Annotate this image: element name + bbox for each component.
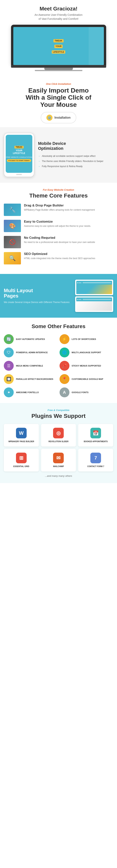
other-features-heading: Some Other Features <box>4 323 113 330</box>
plugin-mailchimp: ✉ Mailchimp <box>41 449 76 471</box>
megamenu-label: Mega Menu Compatible <box>16 365 43 367</box>
install-icon: ⚙️ <box>47 115 53 121</box>
booked-name: Booked Appointments <box>80 440 111 443</box>
fontello-icon: ✦ <box>4 388 14 397</box>
mailchimp-name: Mailchimp <box>43 465 74 468</box>
contact7-name: Contact Form 7 <box>80 465 111 468</box>
parallax-icon: 🔲 <box>4 374 14 384</box>
feature-drag-drop: 🔧 Drag & Drop Page Builder WPBakery Page… <box>4 204 113 216</box>
core-features-section: For Easy Website Creation Theme Core Fea… <box>0 183 117 274</box>
phone-outer: TWEAK YOURLIFESTYLE Free Website Consult… <box>4 133 34 177</box>
plugin-revolution: ◎ Revolution Slider <box>41 424 76 446</box>
one-click-label: One Click Installation <box>4 83 113 85</box>
plugin-booked: 📅 Booked Appointments <box>78 424 113 446</box>
phone-screen: TWEAK YOURLIFESTYLE Free Website Consult… <box>6 135 32 173</box>
plugins-note: ...and many many others <box>4 474 113 477</box>
essential-name: Essential Grid <box>6 465 37 468</box>
admin-icon: 🛡 <box>4 347 14 358</box>
feature-googlefonts: A Google Fonts <box>60 388 113 397</box>
revolution-icon: ◎ <box>53 428 64 438</box>
wpbakery-icon: W <box>16 428 27 438</box>
multi-layout-section: Multi Layout Pages We create Several Uni… <box>0 274 117 318</box>
feature-nocoding-thumb: 🚫 <box>4 236 21 248</box>
googlefonts-icon: A <box>60 388 69 397</box>
feature-admin: 🛡 Powerful Admin Interface <box>4 347 58 358</box>
phone-image: TWEAK YOURLIFESTYLE Free Website Consult… <box>4 133 34 177</box>
googlefonts-label: Google Fonts <box>72 391 89 394</box>
plugin-contact7: 7 Contact Form 7 <box>78 449 113 471</box>
multi-layout-screenshots <box>75 280 113 312</box>
easy-updates-label: Easy Automatic Updates <box>16 338 45 340</box>
admin-label: Powerful Admin Interface <box>16 351 48 354</box>
list-item: The theme uses Mobile Friendly sliders: … <box>38 159 113 164</box>
laptop-base <box>11 65 106 68</box>
feature-customize: 🎨 Easy to Customize Awesome easy-to-use … <box>4 220 113 232</box>
mini-screen-1 <box>75 280 113 295</box>
googlemap-label: Customizable Google Map <box>72 378 103 380</box>
feature-shortcodes: ⚡ Lots of Shortcodes <box>60 334 113 344</box>
googlemap-icon: 📍 <box>60 374 69 384</box>
shortcodes-icon: ⚡ <box>60 334 69 344</box>
feature-seo-thumb: 🔍 <box>4 252 21 265</box>
multilang-icon: 🌐 <box>60 347 69 358</box>
laptop-image: TWEAK YOUR LIFESTYLE <box>11 25 106 71</box>
feature-multilang: 🌐 Multi Language Support <box>60 347 113 358</box>
feature-nocoding: 🚫 No Coding Requried No need to be a pro… <box>4 236 113 248</box>
feature-customize-thumb: 🎨 <box>4 220 21 232</box>
feature-stickymenus: 📌 Sticky Menus Supported <box>60 361 113 371</box>
mobile-optimization-section: TWEAK YOURLIFESTYLE Free Website Consult… <box>0 127 117 183</box>
wpbakery-name: WPBakery Page Builder <box>6 440 37 443</box>
one-click-section: One Click Installation Easily Import Dem… <box>0 77 117 127</box>
feature-nocoding-text: No Coding Requried No need to be a profe… <box>24 236 95 244</box>
booked-icon: 📅 <box>90 428 101 438</box>
core-features-heading: Theme Core Features <box>4 192 113 199</box>
contact7-icon: 7 <box>90 453 101 463</box>
easy-updates-icon: 🔄 <box>4 334 14 344</box>
multi-layout-description: We create Several Unique Demos with Diff… <box>4 301 71 304</box>
laptop-foot <box>35 70 82 71</box>
laptop-stand <box>44 68 73 70</box>
mini-screen-2 <box>75 297 113 312</box>
plugins-heading: Plugins We Support <box>4 413 113 419</box>
megamenu-icon: ☰ <box>4 361 14 371</box>
multi-layout-heading: Multi Layout Pages <box>4 288 71 299</box>
fontello-label: Awesome Fontello <box>16 391 39 394</box>
meet-title: Meet Gracioza! <box>4 6 113 12</box>
laptop-outer: TWEAK YOUR LIFESTYLE <box>11 25 106 65</box>
feature-googlemap: 📍 Customizable Google Map <box>60 374 113 384</box>
stickymenus-label: Sticky Menus Supported <box>72 365 101 367</box>
stickymenus-icon: 📌 <box>60 361 69 371</box>
mobile-features-list: Absolutely all scrollable sections suppo… <box>38 154 113 169</box>
mailchimp-icon: ✉ <box>53 453 64 463</box>
multi-layout-text: Multi Layout Pages We create Several Uni… <box>4 288 71 304</box>
plugin-essential: ⊞ Essential Grid <box>4 449 39 471</box>
feature-fontello: ✦ Awesome Fontello <box>4 388 58 397</box>
list-item: Fully Responsive layout & Retina Ready <box>38 164 113 169</box>
plugins-grid: W WPBakery Page Builder ◎ Revolution Sli… <box>4 424 113 471</box>
revolution-name: Revolution Slider <box>43 440 74 443</box>
plugins-label: Free & Compatible <box>4 409 113 411</box>
shortcodes-label: Lots of Shortcodes <box>72 338 96 340</box>
feature-parallax: 🔲 Parallax Effect Backgrounds <box>4 374 58 384</box>
meet-subtitle: An Awesome User-Friendly Combination of … <box>4 13 113 21</box>
feature-drag-text: Drag & Drop Page Builder WPBakery Page B… <box>24 204 95 212</box>
other-features-section: Some Other Features 🔄 Easy Automatic Upd… <box>0 318 117 403</box>
feature-easy-updates: 🔄 Easy Automatic Updates <box>4 334 58 344</box>
mobile-heading: Mobile Device Optimization <box>38 141 113 151</box>
feature-customize-text: Easy to Customize Awesome easy-to-use op… <box>24 220 91 228</box>
core-features-label: For Easy Website Creation <box>4 188 113 191</box>
mobile-content: Mobile Device Optimization Absolutely al… <box>38 141 113 169</box>
multilang-label: Multi Language Support <box>72 351 101 354</box>
laptop-screen: TWEAK YOUR LIFESTYLE <box>13 27 104 65</box>
phone-home-button <box>16 174 22 175</box>
parallax-label: Parallax Effect Backgrounds <box>16 378 53 380</box>
feature-megamenu: ☰ Mega Menu Compatible <box>4 361 58 371</box>
plugins-section: Free & Compatible Plugins We Support W W… <box>0 403 117 483</box>
meet-section: Meet Gracioza! An Awesome User-Friendly … <box>0 0 117 77</box>
list-item: Absolutely all scrollable sections suppo… <box>38 154 113 159</box>
plugin-wpbakery: W WPBakery Page Builder <box>4 424 39 446</box>
feature-seo: 🔍 SEO Optimized HTML code integrated int… <box>4 252 113 265</box>
essential-icon: ⊞ <box>16 453 27 463</box>
feature-drag-thumb: 🔧 <box>4 204 21 216</box>
installation-button[interactable]: ⚙️ Installation <box>41 112 76 123</box>
